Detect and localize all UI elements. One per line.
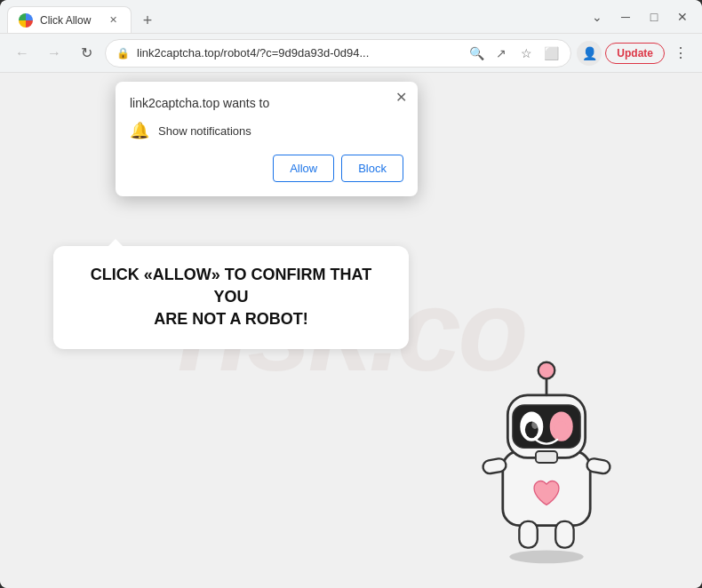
speech-text: CLICK «ALLOW» TO CONFIRM THAT YOU ARE NO… [78,264,384,331]
update-button[interactable]: Update [605,43,665,64]
svg-point-14 [538,362,555,379]
back-button[interactable]: ← [9,40,36,67]
title-bar: Click Allow ✕ + ⌄ ─ □ ✕ [0,0,702,34]
allow-button[interactable]: Allow [273,155,334,182]
popup-notification-label: Show notifications [158,124,251,138]
new-tab-button[interactable]: + [135,8,160,33]
url-text: link2captcha.top/robot4/?c=9d9da93d-0d94… [137,46,460,60]
popup-notification-row: 🔔 Show notifications [130,121,403,140]
page-content: risk.co ✕ link2captcha.top wants to 🔔 Sh… [0,73,702,588]
close-button[interactable]: ✕ [670,4,695,29]
svg-point-0 [509,550,584,563]
nav-right-controls: 👤 Update ⋮ [577,41,693,66]
address-bar[interactable]: 🔒 link2captcha.top/robot4/?c=9d9da93d-0d… [105,39,571,68]
svg-rect-5 [555,521,573,548]
tab-favicon [19,13,33,28]
browser-window: Click Allow ✕ + ⌄ ─ □ ✕ ← → ↻ 🔒 link2cap… [0,0,702,588]
chevron-button[interactable]: ⌄ [585,4,610,29]
block-button[interactable]: Block [341,155,403,182]
reload-button[interactable]: ↻ [73,40,100,67]
minimize-button[interactable]: ─ [613,4,638,29]
svg-rect-4 [519,521,537,548]
tab-bar: Click Allow ✕ + [7,0,579,33]
popup-buttons: Allow Block [130,155,403,182]
bookmark-icon[interactable]: ☆ [517,44,535,62]
bell-icon: 🔔 [130,121,149,140]
window-controls: ⌄ ─ □ ✕ [585,4,695,29]
tab-title: Click Allow [40,14,99,27]
svg-rect-15 [536,451,557,463]
share-icon[interactable]: ↗ [492,44,510,62]
popup-close-button[interactable]: ✕ [395,91,407,105]
tab-close-button[interactable]: ✕ [106,13,120,28]
speech-bubble-area: CLICK «ALLOW» TO CONFIRM THAT YOU ARE NO… [53,246,409,349]
search-icon[interactable]: 🔍 [467,44,485,62]
nav-bar: ← → ↻ 🔒 link2captcha.top/robot4/?c=9d9da… [0,34,702,73]
lock-icon: 🔒 [116,47,130,60]
maximize-button[interactable]: □ [642,4,666,29]
svg-point-12 [554,422,568,439]
forward-button[interactable]: → [41,40,68,67]
tablet-icon[interactable]: ⬜ [542,44,560,62]
popup-title: link2captcha.top wants to [130,96,403,110]
profile-button[interactable]: 👤 [577,41,602,66]
notification-popup: ✕ link2captcha.top wants to 🔔 Show notif… [116,82,418,196]
speech-bubble: CLICK «ALLOW» TO CONFIRM THAT YOU ARE NO… [53,246,409,349]
menu-button[interactable]: ⋮ [668,41,693,66]
robot-svg [444,336,649,567]
active-tab[interactable]: Click Allow ✕ [7,6,132,33]
svg-point-10 [531,421,538,429]
address-icons: 🔍 ↗ ☆ ⬜ [467,44,560,62]
robot-illustration [444,336,649,570]
